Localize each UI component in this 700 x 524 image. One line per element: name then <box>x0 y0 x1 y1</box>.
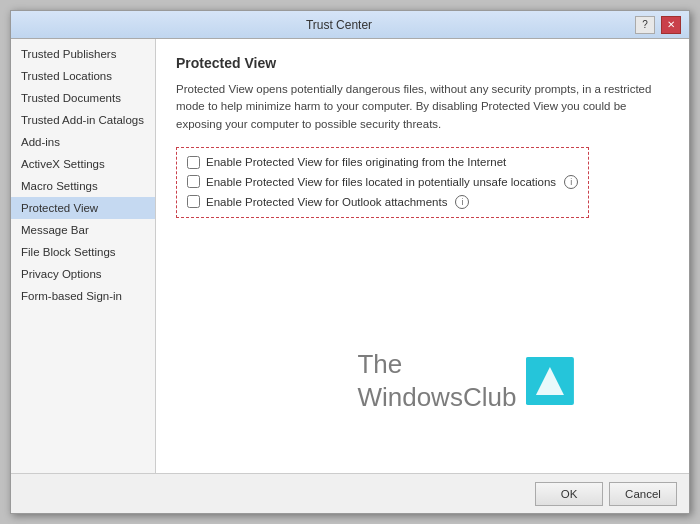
title-bar-buttons: ? ✕ <box>635 16 681 34</box>
section-description: Protected View opens potentially dangero… <box>176 81 669 133</box>
info-icon-unsafe[interactable]: i <box>564 175 578 189</box>
sidebar-item-form-sign-in[interactable]: Form-based Sign-in <box>11 285 155 307</box>
section-title: Protected View <box>176 55 669 71</box>
main-content: Protected View Protected View opens pote… <box>156 39 689 473</box>
option-unsafe-label: Enable Protected View for files located … <box>206 176 556 188</box>
title-bar: Trust Center ? ✕ <box>11 11 689 39</box>
checkbox-outlook[interactable] <box>187 195 200 208</box>
sidebar-item-trusted-documents[interactable]: Trusted Documents <box>11 87 155 109</box>
cancel-button[interactable]: Cancel <box>609 482 677 506</box>
trust-center-window: Trust Center ? ✕ Trusted Publishers Trus… <box>10 10 690 514</box>
options-box: Enable Protected View for files originat… <box>176 147 589 218</box>
sidebar-item-protected-view[interactable]: Protected View <box>11 197 155 219</box>
sidebar: Trusted Publishers Trusted Locations Tru… <box>11 39 156 473</box>
sidebar-item-trusted-addins[interactable]: Trusted Add-in Catalogs <box>11 109 155 131</box>
sidebar-item-addins[interactable]: Add-ins <box>11 131 155 153</box>
checkbox-internet[interactable] <box>187 156 200 169</box>
help-icon: ? <box>642 19 648 30</box>
close-icon: ✕ <box>667 19 675 30</box>
watermark-line1: The <box>357 348 516 381</box>
watermark-logo <box>526 357 574 405</box>
option-internet-label: Enable Protected View for files originat… <box>206 156 506 168</box>
sidebar-item-macro[interactable]: Macro Settings <box>11 175 155 197</box>
footer: OK Cancel <box>11 473 689 513</box>
close-button[interactable]: ✕ <box>661 16 681 34</box>
window-content: Trusted Publishers Trusted Locations Tru… <box>11 39 689 473</box>
option-unsafe: Enable Protected View for files located … <box>187 175 578 189</box>
watermark-line2: WindowsClub <box>357 381 516 414</box>
sidebar-item-trusted-publishers[interactable]: Trusted Publishers <box>11 43 155 65</box>
checkbox-unsafe[interactable] <box>187 175 200 188</box>
ok-button[interactable]: OK <box>535 482 603 506</box>
sidebar-item-trusted-locations[interactable]: Trusted Locations <box>11 65 155 87</box>
window-title: Trust Center <box>43 18 635 32</box>
info-icon-outlook[interactable]: i <box>455 195 469 209</box>
watermark-text: The WindowsClub <box>357 348 516 413</box>
sidebar-item-message-bar[interactable]: Message Bar <box>11 219 155 241</box>
option-outlook-label: Enable Protected View for Outlook attach… <box>206 196 447 208</box>
sidebar-item-privacy[interactable]: Privacy Options <box>11 263 155 285</box>
option-outlook: Enable Protected View for Outlook attach… <box>187 195 578 209</box>
option-internet: Enable Protected View for files originat… <box>187 156 578 169</box>
sidebar-item-activex[interactable]: ActiveX Settings <box>11 153 155 175</box>
sidebar-item-file-block[interactable]: File Block Settings <box>11 241 155 263</box>
help-button[interactable]: ? <box>635 16 655 34</box>
watermark: The WindowsClub <box>357 348 574 413</box>
